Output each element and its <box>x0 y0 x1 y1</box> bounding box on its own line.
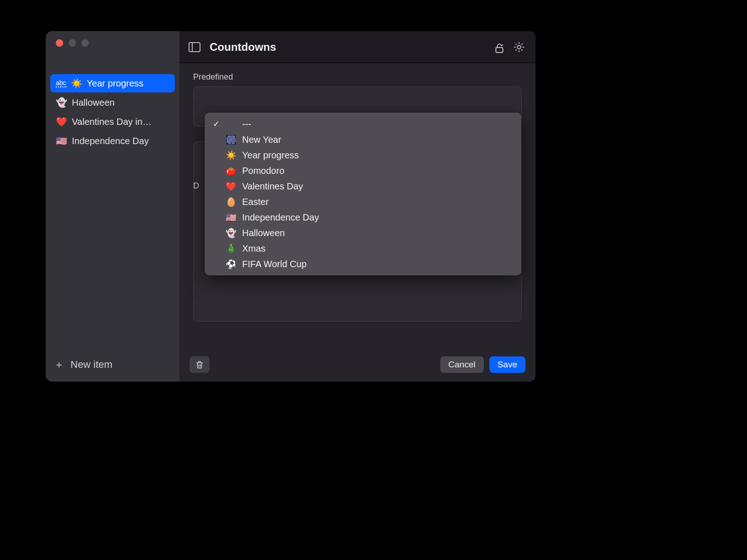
sidebar-list: abc ☀️ Year progress 👻 Halloween ❤️ Vale… <box>46 74 179 150</box>
predefined-label: Predefined <box>193 72 522 82</box>
dropdown-item-label: Xmas <box>242 243 265 254</box>
rename-badge: abc <box>56 80 66 87</box>
dropdown-item-label: New Year <box>242 135 281 145</box>
close-window-button[interactable] <box>56 39 63 47</box>
dropdown-item-label: Halloween <box>242 228 285 238</box>
plus-icon: ＋ <box>54 360 64 370</box>
egg-icon: 🥚 <box>226 197 237 207</box>
dropdown-item-valentines[interactable]: ❤️ Valentines Day <box>207 178 519 194</box>
sidebar-item-halloween[interactable]: 👻 Halloween <box>50 93 175 112</box>
ghost-icon: 👻 <box>56 97 67 108</box>
dropdown-item-label: Easter <box>242 197 269 207</box>
unlock-icon[interactable] <box>493 42 503 52</box>
sidebar-item-year-progress[interactable]: abc ☀️ Year progress <box>50 74 175 92</box>
dropdown-item-none[interactable]: ✓ --- <box>207 116 519 132</box>
save-button[interactable]: Save <box>489 356 525 373</box>
preferences-window: abc ☀️ Year progress 👻 Halloween ❤️ Vale… <box>46 31 536 382</box>
us-flag-icon: 🇺🇸 <box>56 135 67 146</box>
sidebar-item-label: Valentines Day in… <box>72 117 152 127</box>
footer: Cancel Save <box>179 353 536 382</box>
sun-icon: ☀️ <box>71 78 82 89</box>
zoom-window-button[interactable] <box>81 39 89 47</box>
predefined-dropdown-menu[interactable]: ✓ --- 🎆 New Year ☀️ Year progress 🍅 Pomo… <box>205 113 521 275</box>
ghost-icon: 👻 <box>226 228 237 238</box>
svg-point-1 <box>517 45 520 48</box>
dropdown-item-fifa-world-cup[interactable]: ⚽ FIFA World Cup <box>207 256 519 272</box>
us-flag-icon: 🇺🇸 <box>226 212 237 223</box>
sidebar-item-label: Independence Day <box>72 136 149 146</box>
dropdown-item-label: Year progress <box>242 150 299 161</box>
sidebar-item-label: Halloween <box>72 97 114 108</box>
sidebar-item-valentines[interactable]: ❤️ Valentines Day in… <box>50 113 175 131</box>
page-title: Countdowns <box>210 41 276 54</box>
dropdown-item-label: FIFA World Cup <box>242 259 307 269</box>
delete-button[interactable] <box>189 356 210 373</box>
dropdown-item-pomodoro[interactable]: 🍅 Pomodoro <box>207 163 519 178</box>
sidebar-item-label: Year progress <box>87 78 144 89</box>
checkmark-icon: ✓ <box>212 119 220 129</box>
new-item-label: New item <box>70 359 113 371</box>
dropdown-item-label: Independence Day <box>242 212 319 223</box>
minimize-window-button[interactable] <box>69 39 76 47</box>
tomato-icon: 🍅 <box>226 166 237 176</box>
svg-rect-0 <box>496 47 503 52</box>
sun-icon: ☀️ <box>226 150 237 161</box>
titlebar: Countdowns <box>179 31 536 63</box>
dropdown-item-label: Valentines Day <box>242 181 303 192</box>
dropdown-item-label: --- <box>242 119 251 129</box>
sidebar-item-independence-day[interactable]: 🇺🇸 Independence Day <box>50 132 175 150</box>
soccer-ball-icon: ⚽ <box>226 259 237 269</box>
dropdown-item-halloween[interactable]: 👻 Halloween <box>207 225 519 241</box>
cancel-button[interactable]: Cancel <box>440 356 484 373</box>
window-traffic-lights <box>46 39 179 47</box>
dropdown-item-easter[interactable]: 🥚 Easter <box>207 194 519 210</box>
dropdown-item-new-year[interactable]: 🎆 New Year <box>207 132 519 147</box>
sidebar-toggle-icon[interactable] <box>189 42 200 52</box>
dropdown-item-year-progress[interactable]: ☀️ Year progress <box>207 147 519 163</box>
heart-icon: ❤️ <box>226 181 237 192</box>
fireworks-icon: 🎆 <box>226 135 237 145</box>
new-item-button[interactable]: ＋ New item <box>46 359 179 382</box>
sidebar: abc ☀️ Year progress 👻 Halloween ❤️ Vale… <box>46 31 179 382</box>
dropdown-item-label: Pomodoro <box>242 166 284 176</box>
cancel-button-label: Cancel <box>449 360 476 370</box>
gear-icon[interactable] <box>513 41 525 54</box>
dropdown-item-xmas[interactable]: 🎄 Xmas <box>207 241 519 256</box>
heart-icon: ❤️ <box>56 116 67 127</box>
details-label: D <box>193 181 199 191</box>
dropdown-item-independence-day[interactable]: 🇺🇸 Independence Day <box>207 210 519 225</box>
xmas-tree-icon: 🎄 <box>226 243 237 254</box>
save-button-label: Save <box>498 360 517 370</box>
